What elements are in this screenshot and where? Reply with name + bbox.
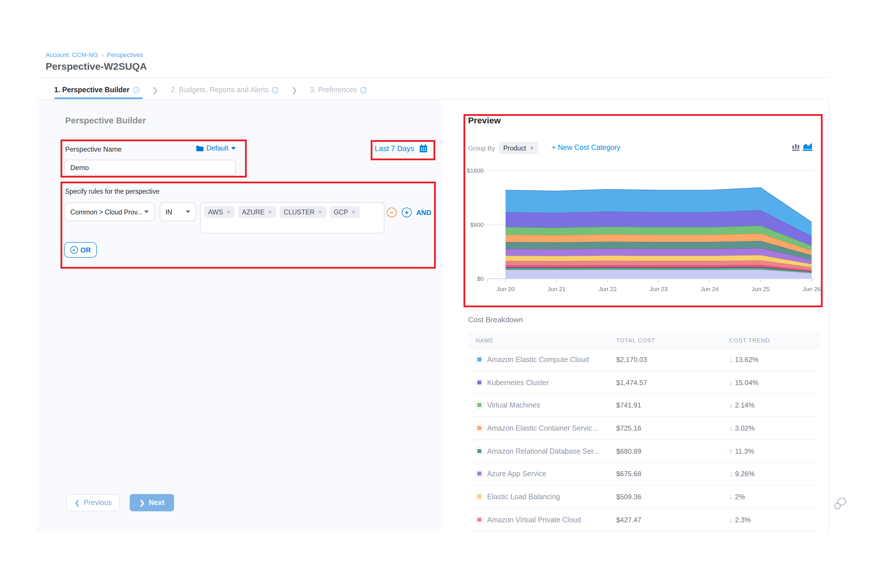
trend-down-icon: ↓ — [729, 493, 733, 501]
cost-trend-value: ↓15.04% — [729, 378, 758, 387]
remove-value-icon[interactable]: ✕ — [352, 209, 356, 215]
product-name[interactable]: Amazon Elastic Container Servic... — [487, 424, 598, 432]
info-icon[interactable]: i — [361, 87, 367, 93]
info-icon[interactable]: i — [133, 87, 139, 93]
product-name[interactable]: Amazon Elastic Compute Cloud — [487, 356, 589, 364]
chat-help-button[interactable] — [834, 497, 848, 513]
filter-value-chip[interactable]: AWS✕ — [204, 206, 235, 218]
table-row[interactable]: Kubernetes Cluster$1,474.57↓15.04% — [468, 371, 820, 394]
trend-down-icon: ↓ — [729, 378, 733, 387]
folder-name-label: Default — [206, 144, 228, 152]
remove-value-icon[interactable]: ✕ — [318, 209, 322, 215]
cost-trend-value: ↓2% — [729, 493, 745, 501]
table-header-row: NAME TOTAL COST COST TREND — [468, 332, 820, 348]
remove-rule-icon[interactable]: − — [387, 207, 397, 218]
breadcrumb-perspectives-link[interactable]: Perspectives — [107, 51, 143, 58]
tab-perspective-builder[interactable]: 1. Perspective Builder i — [54, 86, 139, 94]
info-icon[interactable]: i — [272, 87, 278, 93]
rule-operator-value: IN — [165, 208, 172, 215]
bar-chart-toggle[interactable] — [792, 142, 800, 153]
breadcrumb-separator-icon: › — [102, 52, 104, 58]
product-name[interactable]: Elastic Load Balancing — [487, 493, 560, 501]
cost-trend-value: ↓2.14% — [729, 402, 754, 410]
chevron-down-icon: ∨ — [530, 145, 534, 150]
series-color-swatch — [476, 379, 483, 386]
next-button[interactable]: ❯ Next — [130, 494, 174, 512]
chip-label: CLUSTER — [284, 208, 315, 216]
next-label: Next — [149, 499, 164, 507]
previous-label: Previous — [84, 499, 112, 507]
product-name[interactable]: Kubernetes Cluster — [487, 378, 549, 387]
table-row[interactable]: Virtual Machines$741.91↓2.14% — [468, 394, 820, 417]
new-cost-category-button[interactable]: + New Cost Category — [552, 144, 620, 152]
tab-label: 1. Perspective Builder — [54, 86, 129, 94]
filter-value-chip[interactable]: AZURE✕ — [238, 206, 276, 218]
group-by-label: Group By — [468, 145, 495, 152]
series-color-swatch — [476, 494, 483, 500]
rule-operator-dropdown[interactable]: IN — [160, 202, 196, 221]
builder-heading: Perspective Builder — [65, 115, 146, 125]
column-header-trend: COST TREND — [729, 337, 770, 344]
table-row[interactable]: Amazon Virtual Private Cloud$427.47↓2.3% — [468, 508, 820, 531]
trend-down-icon: ↓ — [729, 424, 733, 432]
product-name[interactable]: Virtual Machines — [487, 402, 540, 410]
date-range-picker[interactable]: Last 7 Days — [375, 144, 428, 153]
table-row[interactable]: Azure App Service$675.68↓9.26% — [468, 463, 820, 485]
cost-preview-stacked-area-chart[interactable]: Jun 20Jun 21Jun 22Jun 23Jun 24Jun 25Jun … — [464, 166, 821, 300]
panel-divider — [828, 100, 829, 531]
svg-text:$800: $800 — [470, 221, 484, 228]
perspective-name-label: Perspective Name — [65, 145, 122, 153]
chip-label: GCP — [334, 208, 348, 216]
table-row[interactable]: Amazon Elastic Container Servic...$725.1… — [468, 417, 820, 440]
remove-value-icon[interactable]: ✕ — [226, 209, 231, 215]
chat-icon — [834, 497, 848, 510]
perspective-name-input[interactable] — [64, 160, 236, 175]
add-rule-icon[interactable]: + — [402, 207, 412, 218]
cost-breakdown-table: NAME TOTAL COST COST TREND Amazon Elasti… — [468, 332, 820, 531]
svg-text:$0: $0 — [477, 275, 484, 282]
add-or-rule-button[interactable]: + OR — [64, 242, 97, 258]
product-name[interactable]: Amazon Relational Database Ser... — [487, 447, 599, 455]
total-cost-value: $427.47 — [616, 516, 641, 524]
previous-button[interactable]: ❮ Previous — [66, 494, 120, 512]
group-by-dropdown[interactable]: Product ∨ — [499, 142, 538, 154]
total-cost-value: $675.68 — [616, 470, 641, 478]
product-name[interactable]: Azure App Service — [487, 470, 546, 478]
rule-values-box[interactable]: AWS✕AZURE✕CLUSTER✕GCP✕ — [200, 202, 384, 234]
product-name[interactable]: Amazon Virtual Private Cloud — [487, 516, 581, 524]
svg-text:$1600: $1600 — [467, 167, 484, 174]
chip-label: AWS — [208, 208, 223, 216]
remove-value-icon[interactable]: ✕ — [268, 209, 272, 215]
cost-breakdown-title: Cost Breakdown — [468, 315, 523, 324]
tab-preferences[interactable]: 3. Preferences i — [310, 86, 367, 94]
column-header-cost: TOTAL COST — [616, 337, 655, 344]
area-chart-toggle[interactable] — [802, 141, 813, 154]
svg-text:Jun 21: Jun 21 — [548, 286, 566, 292]
series-color-swatch — [476, 448, 483, 454]
tab-label: 3. Preferences — [310, 86, 357, 94]
column-header-name: NAME — [476, 337, 494, 344]
table-row[interactable]: Amazon Relational Database Ser...$680.89… — [468, 440, 820, 463]
chevron-right-icon: ❯ — [291, 86, 297, 94]
series-color-swatch — [476, 356, 483, 363]
series-color-swatch — [476, 402, 483, 408]
header-divider — [37, 77, 828, 78]
chevron-left-icon: ❮ — [74, 499, 80, 506]
trend-down-icon: ↓ — [729, 470, 733, 478]
perspective-builder-page: Account: CCM-NG›Perspectives Perspective… — [0, 0, 882, 588]
filter-value-chip[interactable]: GCP✕ — [330, 206, 360, 218]
rules-label: Specify rules for the perspective — [65, 188, 159, 195]
breadcrumb-account-link[interactable]: Account: CCM-NG — [45, 51, 98, 58]
trend-down-icon: ↓ — [729, 356, 733, 364]
folder-selector[interactable]: Default — [196, 144, 236, 152]
wizard-tabs: 1. Perspective Builder i ❯ 2. Budgets, R… — [54, 81, 367, 99]
bar-chart-icon — [792, 142, 800, 151]
filter-value-chip[interactable]: CLUSTER✕ — [280, 206, 326, 218]
rule-operand-dropdown[interactable]: Common > Cloud Prov... — [64, 202, 154, 221]
table-row[interactable]: Elastic Load Balancing$509.36↓2% — [468, 485, 820, 508]
tab-label: 2. Budgets, Reports and Alerts — [171, 86, 268, 94]
table-row[interactable]: Amazon Elastic Compute Cloud$2,170.03↓13… — [468, 348, 820, 371]
chevron-right-icon: ❯ — [152, 86, 158, 94]
page-title: Perspective-W2SUQA — [45, 61, 147, 73]
tab-budgets-reports-alerts[interactable]: 2. Budgets, Reports and Alerts i — [171, 86, 278, 94]
